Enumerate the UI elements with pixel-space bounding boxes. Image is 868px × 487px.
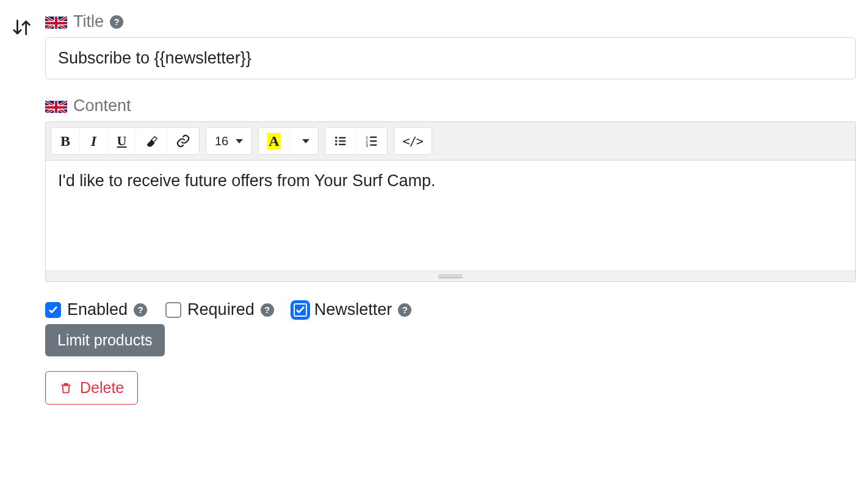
eraser-button[interactable] xyxy=(136,128,167,154)
trash-icon xyxy=(59,381,73,395)
check-icon xyxy=(48,305,59,316)
required-checkbox[interactable] xyxy=(165,302,181,318)
title-input[interactable] xyxy=(45,37,856,79)
help-icon[interactable]: ? xyxy=(110,15,123,29)
chevron-down-icon xyxy=(236,139,243,143)
svg-rect-7 xyxy=(339,144,345,145)
text-color-dropdown[interactable] xyxy=(289,128,318,154)
unordered-list-icon xyxy=(334,134,347,148)
link-icon xyxy=(176,134,190,148)
svg-rect-11 xyxy=(370,140,377,142)
code-view-button[interactable]: </> xyxy=(394,128,432,154)
italic-button[interactable]: I xyxy=(79,128,107,154)
svg-point-6 xyxy=(335,143,337,146)
eraser-icon xyxy=(145,134,158,148)
editor-toolbar: B I U xyxy=(46,122,855,161)
underline-button[interactable]: U xyxy=(107,128,136,154)
check-icon xyxy=(295,305,306,316)
svg-point-4 xyxy=(335,140,337,142)
delete-button[interactable]: Delete xyxy=(45,371,138,405)
text-color-icon: A xyxy=(267,133,280,150)
required-label: Required xyxy=(187,300,255,319)
font-size-value: 16 xyxy=(215,134,228,148)
svg-rect-5 xyxy=(339,140,345,142)
svg-rect-16 xyxy=(62,384,71,386)
flag-uk-icon xyxy=(45,15,67,29)
content-label: Content xyxy=(73,96,131,115)
ordered-list-icon: 1 2 3 xyxy=(365,134,378,148)
sort-arrows-icon xyxy=(12,17,33,38)
bold-icon: B xyxy=(60,133,70,150)
resize-handle[interactable] xyxy=(46,270,855,281)
newsletter-label: Newsletter xyxy=(314,300,392,319)
limit-products-button[interactable]: Limit products xyxy=(45,324,165,356)
grip-icon xyxy=(438,275,463,278)
font-size-button[interactable]: 16 xyxy=(206,128,251,154)
help-icon[interactable]: ? xyxy=(261,303,274,317)
title-label: Title xyxy=(73,12,104,31)
svg-rect-13 xyxy=(370,145,377,146)
delete-label: Delete xyxy=(80,379,124,397)
drag-handle[interactable] xyxy=(12,17,33,40)
svg-point-2 xyxy=(335,137,337,139)
enabled-checkbox[interactable] xyxy=(45,302,61,318)
svg-text:3: 3 xyxy=(366,143,368,148)
chevron-down-icon xyxy=(302,139,309,143)
bold-button[interactable]: B xyxy=(51,128,79,154)
text-color-button[interactable]: A xyxy=(259,128,289,154)
link-button[interactable] xyxy=(167,128,199,154)
italic-icon: I xyxy=(91,133,96,150)
flag-uk-icon xyxy=(45,99,67,113)
svg-rect-14 xyxy=(63,385,69,392)
newsletter-checkbox[interactable] xyxy=(292,302,308,318)
code-icon: </> xyxy=(403,134,423,148)
help-icon[interactable]: ? xyxy=(398,303,411,317)
help-icon[interactable]: ? xyxy=(134,303,147,317)
svg-rect-9 xyxy=(370,137,377,138)
enabled-label: Enabled xyxy=(67,300,128,319)
underline-icon: U xyxy=(117,133,127,149)
rich-text-editor: B I U xyxy=(45,121,856,282)
svg-rect-3 xyxy=(339,137,345,139)
ordered-list-button[interactable]: 1 2 3 xyxy=(356,128,387,154)
content-input[interactable]: I'd like to receive future offers from Y… xyxy=(46,161,855,270)
unordered-list-button[interactable] xyxy=(325,128,356,154)
